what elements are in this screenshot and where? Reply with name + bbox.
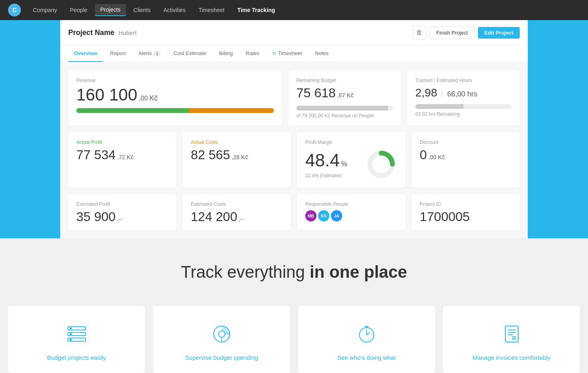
hrs-total-value: 66,00 hrs — [447, 90, 478, 98]
nav-time-tracking[interactable]: Time Tracking — [232, 4, 281, 16]
tab-alerts[interactable]: Alerts 1 — [133, 45, 166, 62]
actual-profit-label: Actual Profit — [76, 139, 168, 145]
svg-rect-6 — [69, 333, 72, 335]
project-id-value: 1700005 — [420, 210, 512, 223]
tracked-hours-label: Tracked / Estimated Hours — [415, 78, 512, 83]
svg-rect-7 — [69, 339, 72, 340]
tab-report[interactable]: Report — [104, 45, 131, 62]
discount-label: Discount — [420, 139, 512, 145]
feature-invoices-label: Manage invoices comfortably — [472, 354, 550, 361]
main-panel: Project Name Hubert 🗑 Finish Project Edi… — [60, 20, 528, 238]
budget-icon — [65, 322, 89, 346]
feature-whos-doing-label: See who's doing what — [337, 354, 396, 361]
avatar-mb: MB — [305, 210, 316, 221]
dashboard: Revenue 160 100 ,00 Kč Remaining Budget … — [60, 62, 528, 238]
alerts-badge: 1 — [153, 51, 161, 56]
avatar-ks: KS — [318, 210, 329, 221]
profit-margin-sub: 22.4% Estimated — [305, 173, 347, 178]
tab-billing[interactable]: Billing — [213, 45, 239, 62]
profit-margin-card: Profit Margin 48.4 % 22.4% Estimated — [297, 132, 405, 188]
svg-line-14 — [367, 332, 370, 335]
estimated-profit-value: 35 900 ,-- — [76, 210, 168, 223]
donut-svg — [365, 148, 397, 180]
tab-notes[interactable]: Notes — [309, 45, 334, 62]
edit-project-button[interactable]: Edit Project — [478, 27, 520, 39]
timesheet-sync-icon: ↻ — [272, 51, 276, 56]
actual-costs-value: 82 565 ,28 Kč — [191, 148, 283, 161]
actual-costs-card: Actual Costs 82 565 ,28 Kč — [183, 132, 291, 188]
dashboard-row3: Estimated Profit 35 900 ,-- Estimated Co… — [68, 194, 520, 230]
feature-budget-label: Budget projects easily — [47, 354, 106, 361]
timer-icon — [355, 322, 379, 346]
estimated-profit-label: Estimated Profit — [76, 201, 168, 207]
feature-supervise: Supervise budget spending — [153, 306, 290, 373]
remaining-budget-sub: of 79 200,00 Kč Revenue on People — [296, 113, 393, 119]
finish-project-button[interactable]: Finish Project — [429, 27, 475, 39]
dashboard-row1: Revenue 160 100 ,00 Kč Remaining Budget … — [68, 70, 520, 126]
tab-overview[interactable]: Overview — [68, 45, 103, 62]
tracked-hours-bar-empty — [463, 104, 512, 109]
project-actions: 🗑 Finish Project Edit Project — [412, 26, 520, 39]
tracked-hours-card: Tracked / Estimated Hours 2,98 / 66,00 h… — [407, 70, 520, 126]
profit-margin-donut — [365, 148, 397, 180]
profit-margin-label: Profit Margin — [305, 139, 397, 145]
tracked-hours-bar — [415, 104, 512, 109]
responsible-people-card: Responsible People MB KS JA — [297, 194, 405, 230]
feature-cards: Budget projects easily Supervise budget … — [8, 306, 580, 373]
project-id-label: Project ID — [420, 201, 512, 207]
trash-icon: 🗑 — [416, 29, 423, 36]
remaining-budget-card: Remaining Budget 75 618 ,67 Kč of 79 200… — [288, 70, 401, 126]
feature-budget: Budget projects easily — [8, 306, 145, 373]
responsible-people-label: Responsible People — [305, 201, 397, 207]
tracked-hours-sub: 63.02 hrs Remaining — [415, 111, 512, 117]
avatar-group: MB KS JA — [305, 210, 397, 221]
profit-margin-value: 48.4 — [305, 150, 340, 170]
remaining-budget-value: 75 618 ,67 Kč — [296, 86, 393, 99]
nav-activities[interactable]: Activities — [158, 4, 191, 16]
remaining-budget-bar-empty — [388, 106, 393, 111]
lower-section: Track everything in one place Budget pro… — [0, 238, 588, 373]
estimated-profit-card: Estimated Profit 35 900 ,-- — [68, 194, 176, 230]
profit-margin-left: 48.4 % 22.4% Estimated — [305, 150, 347, 178]
project-header: Project Name Hubert 🗑 Finish Project Edi… — [60, 20, 528, 45]
nav-clients[interactable]: Clients — [128, 4, 156, 16]
revenue-label: Revenue — [76, 78, 274, 83]
svg-rect-15 — [505, 326, 518, 342]
feature-whos-doing: See who's doing what — [298, 306, 435, 373]
profit-margin-content: 48.4 % 22.4% Estimated — [305, 148, 397, 180]
actual-profit-value: 77 534 ,72 Kč — [76, 148, 168, 161]
tab-rates[interactable]: Rates — [240, 45, 265, 62]
actual-costs-label: Actual Costs — [191, 139, 283, 145]
discount-value: 0 ,00 Kč — [420, 148, 512, 161]
dashboard-row2: Actual Profit 77 534 ,72 Kč Actual Costs… — [68, 132, 520, 188]
revenue-bar-orange — [189, 108, 274, 113]
feature-supervise-label: Supervise budget spending — [185, 354, 258, 361]
nav-company[interactable]: Company — [27, 4, 63, 16]
remaining-budget-bar — [296, 106, 393, 111]
actual-profit-card: Actual Profit 77 534 ,72 Kč — [68, 132, 176, 188]
revenue-card: Revenue 160 100 ,00 Kč — [68, 70, 282, 126]
avatar-ja: JA — [331, 210, 342, 221]
top-navigation: C Company People Projects Clients Activi… — [0, 0, 588, 20]
project-name-value: Hubert — [118, 29, 137, 36]
hrs-divider: / — [441, 90, 443, 98]
project-name-label: Project Name — [68, 29, 114, 37]
trash-button[interactable]: 🗑 — [412, 26, 426, 39]
company-logo[interactable]: C — [8, 4, 21, 16]
revenue-value: 160 100 ,00 Kč — [76, 86, 274, 103]
nav-timesheet[interactable]: Timesheet — [193, 4, 230, 16]
tab-timesheet[interactable]: ↻ Timesheet — [267, 45, 308, 62]
project-title-area: Project Name Hubert — [68, 29, 137, 37]
svg-point-9 — [218, 331, 225, 337]
nav-people[interactable]: People — [64, 4, 93, 16]
revenue-bar-green — [76, 108, 189, 113]
nav-projects[interactable]: Projects — [95, 4, 127, 16]
tab-bar: Overview Report Alerts 1 Cost Estimate B… — [60, 45, 528, 62]
remaining-budget-bar-filled — [296, 106, 388, 111]
hrs-tracked-value: 2,98 — [415, 86, 437, 99]
invoice-icon — [500, 322, 524, 346]
profit-margin-unit: % — [341, 160, 347, 168]
project-id-card: Project ID 1700005 — [412, 194, 520, 230]
tab-cost-estimate[interactable]: Cost Estimate — [168, 45, 212, 62]
estimated-costs-label: Estimated Costs — [191, 201, 283, 207]
